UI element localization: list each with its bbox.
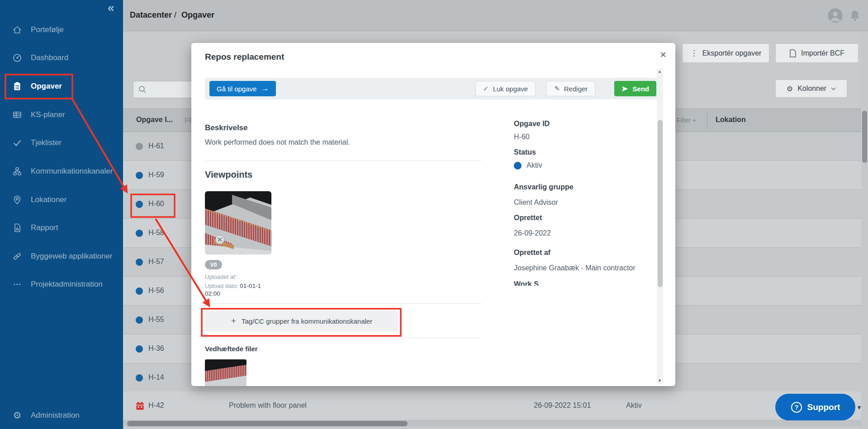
sidebar-item-ks-planer[interactable]: KS-planer (0, 105, 123, 125)
modal-toolbar: Gå til opgave → ✓ Luk opgave ✎ Rediger S… (205, 78, 662, 99)
status-dot-blue (136, 172, 143, 179)
pencil-icon: ✎ (554, 85, 560, 93)
column-task-id[interactable]: Opgave I... (136, 116, 173, 124)
send-plane-icon (621, 85, 628, 92)
sidebar-item-kommunikationskanaler[interactable]: Kommunikationskanaler (0, 161, 123, 181)
search-icon (138, 85, 147, 94)
horizontal-scrollbar[interactable] (123, 420, 861, 427)
svg-text:?: ? (794, 404, 798, 411)
gear-icon: ⚙ (12, 410, 23, 421)
scroll-down-icon[interactable]: ▼ (658, 378, 662, 383)
description-text: Work performed does not match the materi… (205, 138, 350, 146)
attachment-thumbnail[interactable] (205, 359, 247, 386)
collapse-sidebar-icon[interactable]: « (108, 1, 114, 15)
go-to-task-label: Gå til opgave (217, 85, 256, 93)
breadcrumb-page: Opgaver (181, 10, 214, 19)
page-vertical-scrollbar[interactable] (861, 31, 868, 429)
status-dot-blue (136, 374, 143, 382)
upload-time-value: 02:00 (205, 290, 220, 297)
export-tasks-label: Eksportér opgaver (702, 49, 762, 57)
task-status-cell: Aktiv (626, 401, 642, 410)
scroll-up-icon[interactable]: ▲ (658, 69, 662, 74)
sidebar: « Portefølje Dashboard Opgaver KS-planer… (0, 0, 123, 429)
created-label: Oprettet (514, 214, 542, 222)
page-scrollbar-thumb[interactable] (862, 111, 867, 163)
modal-scrollbar[interactable]: ▲ ▼ (657, 68, 663, 384)
sidebar-item-byggeweb[interactable]: Byggeweb applikationer (0, 246, 123, 266)
task-detail-modal: × Repos replacement Gå til opgave → ✓ Lu… (191, 43, 675, 386)
sidebar-item-lokationer[interactable]: Lokationer (0, 190, 123, 210)
divider (205, 303, 482, 304)
column-filter-right[interactable]: Filter + (677, 117, 696, 124)
close-task-label: Luk opgave (493, 85, 528, 93)
status-dot-gray (136, 143, 143, 150)
tag-cc-groups-label: Tag/CC grupper fra kommunikationskanaler (242, 317, 372, 325)
send-label: Send (632, 85, 649, 93)
upload-date-value: 01-01-1 (240, 283, 261, 289)
sidebar-item-opgaver[interactable]: Opgaver (0, 76, 123, 96)
sidebar-item-projektadministration[interactable]: Projektadministration (0, 274, 123, 294)
sidebar-item-label: Kommunikationskanaler (31, 167, 113, 176)
arrow-right-icon: → (261, 84, 269, 93)
gear-icon: ⚙ (787, 85, 793, 93)
columns-button[interactable]: ⚙ Kolonner (775, 80, 847, 98)
question-circle-icon: ? (791, 401, 802, 413)
column-location[interactable]: Lokation (716, 116, 746, 124)
edit-button[interactable]: ✎ Rediger (546, 81, 595, 96)
user-avatar-icon[interactable] (828, 8, 843, 25)
version-badge: V0 (205, 260, 222, 269)
home-icon (12, 24, 23, 35)
horizontal-scrollbar-thumb[interactable] (127, 421, 408, 426)
notifications-bell-icon[interactable] (848, 9, 862, 24)
description-heading: Beskrivelse (205, 123, 248, 132)
task-id-cell: H-36 (148, 344, 164, 353)
edit-label: Rediger (564, 85, 588, 93)
check-icon: ✓ (483, 85, 489, 93)
responsible-group-value: Client Advisor (514, 198, 558, 207)
divider (205, 160, 482, 161)
ellipsis-icon (12, 279, 23, 290)
task-id-cell: H-59 (148, 171, 164, 179)
sidebar-item-portefolje[interactable]: Portefølje (0, 20, 123, 40)
attachments-heading: Vedhæftede filer (205, 345, 258, 353)
viewpoint-thumbnail[interactable] (205, 191, 271, 255)
task-id-cell: H-56 (148, 287, 164, 295)
support-button[interactable]: ? Support (775, 394, 855, 420)
table-row-h42[interactable]: H-42 Problem with floor panel 26-09-2022… (123, 391, 861, 420)
sidebar-item-rapport[interactable]: Rapport (0, 218, 123, 238)
breadcrumb-project[interactable]: Datacenter (130, 10, 172, 19)
status-dot-blue (514, 162, 522, 170)
divider (205, 338, 482, 338)
import-bcf-button[interactable]: Importér BCF (775, 43, 859, 63)
modal-scrollbar-thumb[interactable] (658, 120, 663, 287)
close-icon[interactable]: × (660, 48, 666, 61)
tag-cc-groups-button[interactable]: + Tag/CC grupper fra kommunikationskanal… (205, 311, 398, 331)
go-to-task-button[interactable]: Gå til opgave → (209, 81, 276, 96)
task-id-cell: H-58 (148, 229, 164, 237)
task-date-cell: 26-09-2022 15:01 (534, 401, 591, 410)
chevron-down-icon (831, 87, 836, 90)
clipped-section-heading: Work S (514, 280, 539, 286)
sidebar-item-label: Byggeweb applikationer (31, 252, 113, 261)
upload-date-label: Upload dato: (205, 283, 238, 289)
report-icon (12, 222, 23, 233)
send-button[interactable]: Send (614, 81, 656, 96)
status-dot-blue (136, 259, 143, 266)
responsible-group-label: Ansvarlig gruppe (514, 183, 574, 191)
task-id-value: H-60 (514, 133, 530, 141)
import-bcf-label: Importér BCF (801, 49, 844, 57)
dropdown-arrow-icon[interactable]: ▼ (856, 404, 862, 411)
close-task-button[interactable]: ✓ Luk opgave (475, 81, 536, 96)
created-by-label: Oprettet af (514, 249, 550, 257)
sidebar-item-dashboard[interactable]: Dashboard (0, 48, 123, 68)
viewpoint-remove-icon (215, 235, 224, 244)
sidebar-item-administration[interactable]: ⚙ Administration (0, 405, 123, 425)
status-dot-blue (136, 288, 143, 295)
status-value-row: Aktiv (514, 161, 542, 170)
sidebar-item-tjeklister[interactable]: Tjeklister (0, 133, 123, 153)
task-id-label: Opgave ID (514, 120, 550, 128)
sidebar-item-label: Opgaver (31, 82, 62, 91)
column-divider (707, 113, 707, 129)
uploaded-by-label: Uploadet af: (205, 273, 237, 280)
export-tasks-button[interactable]: ⋮ Eksportér opgaver (682, 43, 769, 63)
